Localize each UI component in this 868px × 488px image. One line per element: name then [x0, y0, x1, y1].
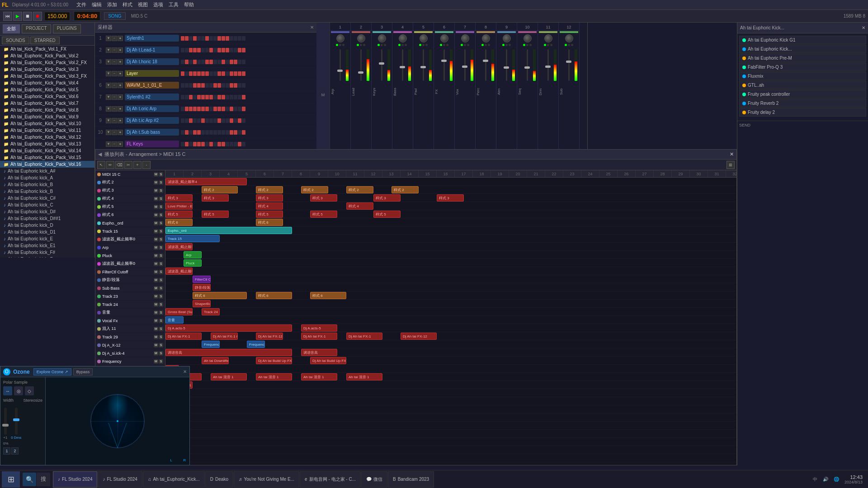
- track-list-item-12[interactable]: FilterCtl CutoffMS: [95, 268, 165, 276]
- pattern-block[interactable]: 调谐音高: [301, 349, 337, 356]
- fx-item-5[interactable]: GTL..ah: [739, 81, 866, 89]
- pattern-area[interactable]: 1234567891011121314151617181920212223242…: [165, 170, 736, 465]
- pattern-block[interactable]: 样式 3: [202, 194, 229, 202]
- menu-view[interactable]: 视图: [135, 0, 151, 9]
- bypass-button[interactable]: Bypass: [73, 368, 93, 375]
- network-icon[interactable]: 🌐: [834, 477, 839, 482]
- arr-tool-pencil[interactable]: ✏: [106, 161, 114, 169]
- menu-file[interactable]: 文件: [74, 0, 89, 9]
- record-button[interactable]: ⏺: [33, 12, 42, 21]
- track-list-item-9[interactable]: ArpMS: [95, 244, 165, 252]
- pattern-block[interactable]: 样式 6: [193, 292, 247, 299]
- mixer-strip-12[interactable]: 12Sub: [559, 23, 580, 167]
- fx-item-0[interactable]: Ah tai Euphoric Kick G1: [739, 36, 866, 44]
- pattern-block[interactable]: Dj Ah tai Build Up FX-3: [310, 357, 346, 364]
- taskbar-item-0[interactable]: ♪FL Studio 2024: [53, 471, 97, 488]
- pattern-block[interactable]: 样式 3: [256, 194, 283, 202]
- fx-item-1[interactable]: Ah tai Euphoric Kick...: [739, 45, 866, 53]
- channel-row-1[interactable]: 2▼−●Dj Ah t.Lead-1: [95, 44, 316, 56]
- track-list-item-8[interactable]: 滤波器_截止频率0MS: [95, 235, 165, 244]
- taskbar-item-2[interactable]: ♫Ah tai_Euphoric_Kick...: [143, 471, 205, 488]
- pattern-block[interactable]: Track 15: [165, 235, 220, 242]
- pattern-block[interactable]: 调谐音高: [165, 349, 292, 356]
- track-list-item-1[interactable]: 样式 2MS: [95, 178, 165, 187]
- width-fader[interactable]: [2, 424, 9, 427]
- file-item-20[interactable]: Ah tai Euphoric kick_B: [0, 181, 94, 188]
- cortana-button[interactable]: 搜: [37, 473, 50, 486]
- file-item-17[interactable]: Ah tai_Euphoric_Kick_Pack_Vol.16: [0, 161, 94, 168]
- file-item-0[interactable]: Ah tai_Kick_Pack_Vol.1_FX: [0, 46, 94, 52]
- channel-row-0[interactable]: 1▼−●Sylenth1: [95, 33, 316, 44]
- file-item-21[interactable]: Ah tai Euphoric kick_B: [0, 188, 94, 195]
- arr-zoom-out[interactable]: -: [142, 161, 151, 169]
- pattern-block[interactable]: 样式 5: [165, 211, 193, 218]
- file-item-7[interactable]: Ah tai_Euphoric_Kick_Pack_Vol.6: [0, 93, 94, 100]
- taskbar-item-6[interactable]: 💬微信: [361, 471, 387, 488]
- pattern-block[interactable]: 样式 5: [202, 211, 229, 218]
- pattern-block[interactable]: Ah tai 混音 1: [346, 373, 382, 380]
- fx-item-3[interactable]: FabFilter Pro-Q 3: [739, 63, 866, 71]
- pattern-block[interactable]: Dj Ah tai FX-1: [346, 333, 382, 340]
- bpm-display[interactable]: 150.000: [44, 12, 70, 21]
- pattern-block[interactable]: Dj Ah tai FX-12: [256, 333, 283, 340]
- pattern-block[interactable]: 样式 4: [346, 202, 373, 210]
- pattern-block[interactable]: Arp: [184, 251, 202, 258]
- pattern-block[interactable]: FilterCtl Cutoff: [193, 276, 211, 283]
- file-item-3[interactable]: Ah tai_Euphoric_Kick_Pack_Vol.3: [0, 66, 94, 73]
- mixer-strip-1[interactable]: 1Arp: [330, 23, 351, 167]
- ozone-scope-btn[interactable]: ◇: [25, 386, 34, 395]
- mixer-strip-9[interactable]: 9Atm: [496, 23, 517, 167]
- file-item-9[interactable]: Ah tai_Euphoric_Kick_Pack_Vol.8: [0, 107, 94, 113]
- pattern-block[interactable]: Frequency: [202, 341, 220, 348]
- start-button[interactable]: ⊞: [2, 471, 20, 488]
- track-list-item-18[interactable]: Vocal FxMS: [95, 317, 165, 325]
- mixer-strip-10[interactable]: 10Seq: [517, 23, 538, 167]
- track-list-item-13[interactable]: 静音/段落MS: [95, 276, 165, 284]
- file-item-10[interactable]: Ah tai_Euphoric_Kick_Pack_Vol.9: [0, 113, 94, 120]
- menu-style[interactable]: 样式: [120, 0, 135, 9]
- taskbar-item-4[interactable]: ♬You're Not Giving Me E...: [234, 471, 299, 488]
- prev-button[interactable]: ⏮: [3, 12, 12, 21]
- volume-icon[interactable]: 🔊: [823, 477, 828, 482]
- pattern-block[interactable]: 样式 3: [373, 194, 401, 202]
- mixer-strip-11[interactable]: 11Drm: [538, 23, 559, 167]
- fx-item-2[interactable]: Ah tai Euphoric Pre-M: [739, 54, 866, 62]
- pattern-block[interactable]: Dj A.acts-5: [301, 324, 337, 332]
- track-list-item-3[interactable]: 样式 4MS: [95, 195, 165, 203]
- taskbar-item-1[interactable]: ♪FL Studio 2024: [98, 471, 142, 488]
- pattern-block[interactable]: 样式 6: [256, 219, 283, 226]
- arr-close[interactable]: ✕: [730, 151, 734, 157]
- tab-starred[interactable]: STARRED: [30, 37, 60, 44]
- pattern-block[interactable]: 样式 4: [256, 202, 283, 210]
- channel-row-7[interactable]: 9▼−●Dj Ah t.ic Arp #2: [95, 115, 316, 127]
- track-list-item-15[interactable]: Track 23MS: [95, 292, 165, 300]
- pattern-block[interactable]: Dj Ah tai FX-1: [301, 333, 337, 340]
- tab-all[interactable]: 全部: [3, 24, 20, 33]
- file-item-30[interactable]: Ah tai Euphoric kick_F#: [0, 249, 94, 256]
- pattern-block[interactable]: 样式 2: [256, 186, 283, 193]
- file-item-31[interactable]: Ah tai Euphoric kick_F: [0, 256, 94, 258]
- pattern-block[interactable]: 样式 2: [392, 186, 419, 193]
- fx-panel-close[interactable]: ✕: [862, 25, 865, 30]
- pattern-block[interactable]: 样式 3: [310, 194, 337, 202]
- pattern-block[interactable]: Ah tai Downlifter - 3: [202, 357, 229, 364]
- file-item-27[interactable]: Ah tai Euphoric kick_D1: [0, 229, 94, 235]
- file-item-22[interactable]: Ah tai Euphoric kick_C#: [0, 195, 94, 202]
- menu-options[interactable]: 选项: [151, 0, 166, 9]
- explore-ozone-button[interactable]: Explore Ozone ↗: [33, 368, 71, 375]
- pattern-block[interactable]: 滤波器_截止频率0: [165, 243, 193, 250]
- pattern-block[interactable]: 滤波器_截止频率0: [165, 267, 193, 275]
- menu-add[interactable]: 添加: [104, 0, 120, 9]
- track-list-item-22[interactable]: Dj A_si.ick-4MS: [95, 349, 165, 357]
- tab-sounds[interactable]: SOUNDS: [2, 37, 29, 44]
- stop-button[interactable]: ⏹: [23, 12, 32, 21]
- file-item-16[interactable]: Ah tai_Euphoric_Kick_Pack_Vol.15: [0, 154, 94, 161]
- menu-tools[interactable]: 工具: [166, 0, 181, 9]
- arr-arrow-left[interactable]: ◀: [98, 151, 102, 157]
- track-list-item-6[interactable]: Eupho._ordMS: [95, 219, 165, 227]
- file-item-23[interactable]: Ah tai Euphoric kick_C: [0, 202, 94, 208]
- menu-help[interactable]: 帮助: [181, 0, 197, 9]
- stereosize-fader[interactable]: [13, 418, 19, 421]
- pattern-block[interactable]: Ah tai 混音 1: [256, 373, 292, 380]
- search-button[interactable]: 🔍: [23, 473, 36, 486]
